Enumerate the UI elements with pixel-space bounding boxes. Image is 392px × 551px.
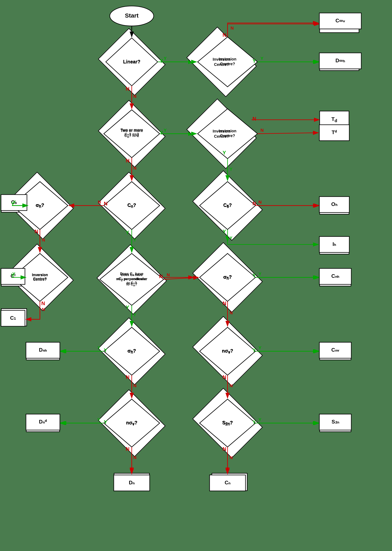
n-sigma-v2-node: nσv? <box>106 401 158 445</box>
cn-n-label: N <box>104 201 108 207</box>
does-cn-label: Does Cn havenC2 perpendicularto Cn? <box>116 272 147 287</box>
start-label: Start <box>125 13 138 19</box>
inversion2-label: InversionCentre? <box>213 129 231 139</box>
c-inf-v-box: C∞v <box>319 15 359 33</box>
start-node: Start <box>114 8 150 24</box>
n-sigma-v2-label: nσv? <box>126 419 138 427</box>
sigh2-y-label: Y <box>252 272 256 279</box>
nsigv2-y-label: Y <box>104 419 107 425</box>
inversion1-node: InversionCentre? <box>194 40 250 84</box>
cn-result-label: Cn <box>226 478 233 486</box>
dnh-label: Dnh <box>38 348 47 355</box>
oh-box: Oh <box>319 196 349 215</box>
c5-node: C5? <box>200 184 255 228</box>
sigma-h3-node: σh? <box>106 329 158 373</box>
c1-label: C1 <box>11 314 17 321</box>
c-inf-v-label: C∞v <box>335 20 344 28</box>
cnv-label: Cnv <box>331 348 340 355</box>
inv2-y-label: Y <box>223 150 226 156</box>
inversion1-label: InversionCentre? <box>213 57 231 67</box>
does-cn-node: Does Cn havenC2 perpendicularto Cn? <box>106 255 158 303</box>
linear-label: Linear? <box>123 59 140 65</box>
cn-q-node: Cn? <box>106 184 158 228</box>
sigh3-n-label: N <box>126 374 130 380</box>
nsigv1-n-label: N <box>223 374 226 380</box>
linear-node: Linear? <box>106 40 158 84</box>
two-or-more-node: Two or moreCn? n>2 <box>106 112 158 156</box>
dn-label: Dn <box>129 478 135 486</box>
ih-box: Ih <box>319 237 349 254</box>
oh-label: Oh <box>331 202 337 209</box>
c5-label: C5? <box>223 202 232 209</box>
td-label: Td <box>331 116 337 123</box>
s2n-q-node: S2n? <box>200 401 255 445</box>
sigh3-y-label: Y <box>104 347 107 353</box>
s2n-result-label: S2n <box>331 419 340 427</box>
inv3-y-label: Y <box>11 272 14 279</box>
dnd-label: Dnd <box>38 419 47 427</box>
does-cn-n-label: N <box>159 273 163 279</box>
inversion2-node: InversionCentre? <box>194 112 250 156</box>
two-or-more-label: Two or moreCn? n>2 <box>120 128 143 139</box>
sigma-h2-node: σh? <box>200 255 255 299</box>
s2n-q-label: S2n? <box>222 419 233 427</box>
cn-result-box: Cn <box>211 473 247 491</box>
flowchart: Start Linear? Y N InversionCentre? N Y C… <box>0 0 392 551</box>
two-y-label: Y <box>160 130 163 136</box>
ih-label: Ih <box>332 242 336 249</box>
dnh-box: Dnh <box>26 342 60 360</box>
cn-y-label: Y <box>126 230 129 236</box>
sigma-h1-label: σh? <box>35 202 44 209</box>
n-sigma-v1-label: nσv? <box>222 348 233 355</box>
does-cn-y-label: Y <box>126 304 129 311</box>
cnh-box: Cnh <box>319 268 351 286</box>
d-inf-h-box: D∞h <box>319 53 359 71</box>
linear-y-label: Y <box>160 58 163 64</box>
sigma-h2-label: σh? <box>223 274 232 281</box>
s2n-y-label: Y <box>252 419 256 425</box>
sigh1-n-label: N <box>35 229 38 235</box>
sigh1-y-label: Y <box>11 201 14 207</box>
s2n-result-box: S2n <box>319 414 351 432</box>
linear-n-label: N <box>126 86 130 92</box>
inversion3-label: InversionCentre? <box>32 273 48 282</box>
inv2-n-label: N <box>252 116 256 122</box>
two-n-label: N <box>126 158 130 164</box>
c5-y-label: Y <box>223 229 226 235</box>
cn-q-label: Cn? <box>127 202 136 209</box>
td-box: Td <box>319 111 349 129</box>
c5-n-label: N <box>252 201 256 207</box>
cnv-box: Cnv <box>319 342 351 360</box>
cnh-label: Cnh <box>331 274 340 281</box>
inv3-n-label: N <box>41 300 45 307</box>
inv1-y-label: Y <box>252 58 256 64</box>
sigh2-n-label: N <box>223 300 226 307</box>
d-inf-h-label: D∞h <box>335 58 344 65</box>
sigma-h3-label: σh? <box>127 348 136 355</box>
dn-box: Dn <box>114 473 150 491</box>
inv1-n-label: N <box>223 32 226 38</box>
c1-box: C1 <box>1 308 27 326</box>
nsigv2-n-label: N <box>126 446 130 452</box>
n-sigma-v1-node: nσv? <box>200 329 255 373</box>
dnd-box: Dnd <box>26 414 60 432</box>
s2n-n-label: N <box>223 446 226 452</box>
nsigv1-y-label: Y <box>252 347 256 353</box>
